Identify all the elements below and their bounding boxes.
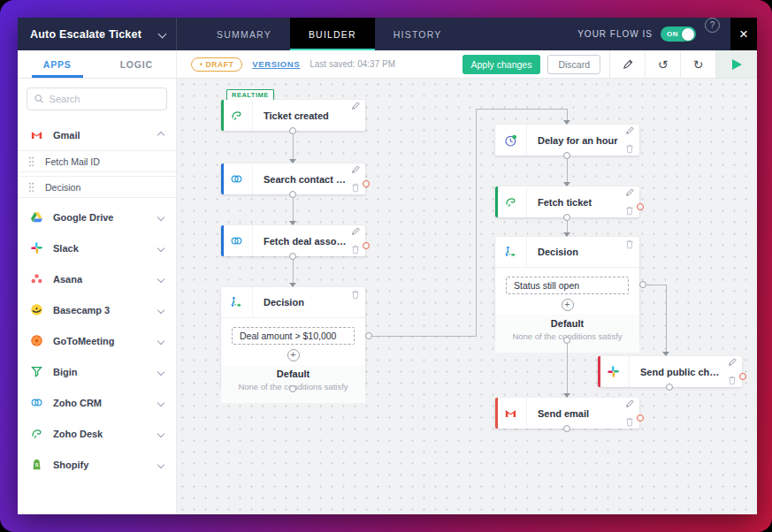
chevron-down-icon (157, 306, 164, 313)
sidebar-item-fetch-mail-id[interactable]: Fetch Mail ID (18, 150, 176, 172)
bigin-icon (30, 365, 43, 378)
edit-icon[interactable] (625, 187, 635, 197)
node-label: Fetch deal associated ... (253, 236, 365, 247)
connector-line (372, 336, 476, 337)
sidebar-item-gmail[interactable]: Gmail (18, 119, 176, 150)
connector-arrow (289, 221, 296, 225)
node-fetch-ticket[interactable]: Fetch ticket (495, 186, 639, 217)
decision-card-2[interactable]: Decision Status still open + Default Non… (495, 237, 639, 340)
edit-icon[interactable] (351, 226, 361, 236)
flow-name-dropdown[interactable]: Auto Escalate Ticket (18, 18, 177, 50)
connector-port (563, 425, 570, 432)
trash-icon[interactable] (625, 144, 634, 154)
app-name: Google Drive (53, 212, 113, 223)
decision-card-1[interactable]: Decision Deal amount > $10,000 + Default… (221, 287, 365, 389)
decision-branch-icon (221, 287, 253, 317)
sidebar-item-zoho-crm[interactable]: Zoho CRM (18, 387, 176, 418)
trash-icon[interactable] (351, 183, 360, 193)
node-fetch-deal[interactable]: Fetch deal associated ... (221, 225, 365, 256)
tab-history[interactable]: HISTORY (375, 18, 461, 50)
connector-line (293, 260, 294, 283)
sidebar-item-asana[interactable]: Asana (18, 263, 176, 294)
connector-line (666, 285, 667, 352)
connector-line (567, 109, 568, 120)
node-accent (221, 163, 224, 194)
add-condition-button[interactable]: + (287, 349, 300, 361)
flow-on-toggle[interactable]: ON (661, 27, 696, 42)
chevron-down-icon (157, 213, 164, 220)
redo-icon[interactable]: ↻ (681, 50, 716, 78)
test-pen-icon[interactable] (610, 50, 646, 78)
default-branch[interactable]: Default None of the conditions satisfy (221, 365, 365, 403)
node-label: Decision (527, 247, 596, 257)
search-input[interactable] (50, 94, 159, 104)
node-send-channel-message[interactable]: Send public channel m... (598, 356, 742, 387)
tab-apps[interactable]: APPS (18, 50, 97, 78)
tab-logic[interactable]: LOGIC (97, 50, 177, 78)
versions-link[interactable]: VERSIONS (252, 59, 300, 69)
connector-port (289, 385, 296, 392)
node-delay[interactable]: Delay for an hour (495, 125, 639, 156)
sidebar-item-bigin[interactable]: Bigin (18, 356, 176, 387)
decision-header: Decision (495, 237, 639, 268)
main-tabs: SUMMARY BUILDER HISTORY (198, 18, 461, 50)
sidebar-item-slack[interactable]: Slack (18, 232, 176, 263)
undo-icon[interactable]: ↺ (646, 50, 681, 78)
edit-icon[interactable] (351, 164, 361, 174)
add-condition-button[interactable]: + (562, 299, 574, 311)
sidebar-item-shopify[interactable]: S Shopify (18, 449, 176, 480)
connector-port (289, 127, 296, 134)
trash-icon[interactable] (625, 206, 634, 216)
trash-icon[interactable] (625, 239, 634, 249)
content-area: Gmail Fetch Mail ID Decision Google Driv… (18, 79, 757, 514)
chevron-down-icon (158, 30, 167, 39)
connector-arrow (563, 120, 570, 125)
default-label: Default (495, 318, 639, 329)
flow-status-label: YOUR FLOW IS (577, 29, 653, 39)
tab-summary[interactable]: SUMMARY (198, 18, 290, 50)
sidebar-tabs: APPS LOGIC (18, 50, 177, 78)
drag-handle-icon (28, 182, 34, 193)
connector-line (567, 159, 568, 182)
error-badge-icon (637, 203, 644, 210)
trash-icon[interactable] (351, 290, 360, 300)
screenshot-stage: Auto Escalate Ticket SUMMARY BUILDER HIS… (0, 0, 772, 532)
condition-deal-amount[interactable]: Deal amount > $10,000 (232, 327, 355, 345)
sidebar-item-zoho-desk[interactable]: Zoho Desk (18, 418, 176, 449)
run-flow-button[interactable] (716, 50, 757, 78)
edit-icon[interactable] (625, 125, 635, 135)
decision-header: Decision (221, 287, 365, 318)
edit-icon[interactable] (728, 357, 738, 367)
node-label: Decision (253, 297, 322, 308)
close-icon[interactable]: × (730, 18, 757, 50)
discard-button[interactable]: Discard (547, 55, 600, 74)
sidebar-item-google-drive[interactable]: Google Drive (18, 201, 176, 232)
search-icon (34, 94, 44, 104)
google-drive-icon (30, 210, 43, 224)
trash-icon[interactable] (625, 417, 634, 427)
node-send-email[interactable]: Send email (495, 398, 639, 429)
sidebar-item-decision[interactable]: Decision (18, 176, 176, 198)
flow-title: Auto Escalate Ticket (30, 28, 141, 41)
last-saved-text: Last saved: 04:37 PM (310, 59, 395, 69)
trash-icon[interactable] (351, 245, 360, 255)
node-search-contact-crm[interactable]: Search contact in CRM (221, 163, 365, 194)
chevron-down-icon (157, 337, 164, 344)
chevron-down-icon (157, 368, 164, 375)
tab-builder[interactable]: BUILDER (290, 18, 375, 50)
sidebar-item-basecamp[interactable]: Basecamp 3 (18, 294, 176, 325)
app-name: Zoho Desk (53, 429, 103, 439)
apply-changes-button[interactable]: Apply changes (462, 55, 541, 74)
edit-icon[interactable] (351, 101, 361, 110)
trash-icon[interactable] (728, 376, 737, 385)
sidebar-search[interactable] (27, 87, 167, 110)
node-accent (598, 356, 600, 387)
sidebar-item-gotomeeting[interactable]: GoToMeeting (18, 325, 176, 356)
flow-canvas[interactable]: REALTIME Ticket created Search (177, 79, 757, 514)
condition-status-open[interactable]: Status still open (506, 277, 629, 294)
node-label: Send email (527, 408, 607, 419)
help-icon[interactable]: ? (705, 18, 720, 33)
node-ticket-created[interactable]: Ticket created (221, 100, 365, 131)
error-badge-icon (363, 242, 370, 249)
edit-icon[interactable] (625, 399, 635, 408)
